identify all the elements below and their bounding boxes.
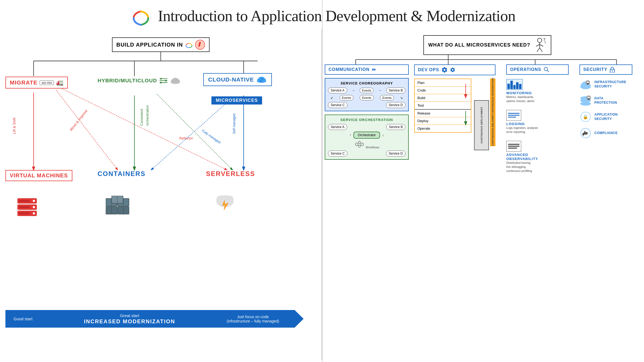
svg-text:orchestration: orchestration bbox=[145, 105, 149, 126]
orch-service-c: Service C bbox=[328, 151, 347, 156]
svg-line-71 bbox=[536, 44, 540, 46]
log-line1 bbox=[508, 113, 520, 114]
comm-label: COMMUNICATION bbox=[329, 67, 369, 72]
workflows-icon bbox=[354, 140, 365, 148]
adv-obs-icon bbox=[506, 141, 521, 152]
mod-section2: Great start INCREASED MODERNIZATION bbox=[84, 313, 175, 325]
what-label: WHAT DO ALL MICROSERVICES NEED? bbox=[428, 42, 530, 48]
svg-point-35 bbox=[172, 78, 179, 82]
cloud-native-label: CLOUD-NATIVE bbox=[208, 76, 254, 83]
adv-line2 bbox=[508, 146, 520, 147]
log-line3 bbox=[508, 117, 516, 118]
cloud-native-box: CLOUD-NATIVE bbox=[203, 73, 272, 86]
magnifier-icon bbox=[543, 67, 549, 73]
microservices-box: MICROSERVICES bbox=[211, 96, 262, 105]
containers-label: CONTAINERS bbox=[98, 170, 146, 177]
svg-point-44 bbox=[33, 206, 35, 208]
svg-point-90 bbox=[612, 70, 613, 71]
monitoring-item: MONITORING Metrics, dashboards,uptime ch… bbox=[506, 79, 569, 103]
data-prot-label: DATAPROTECTION bbox=[594, 96, 617, 105]
svg-point-29 bbox=[160, 78, 162, 80]
monitoring-desc: Metrics, dashboards,uptime checks, alert… bbox=[506, 95, 569, 103]
ops-header: OPERATIONS bbox=[506, 64, 569, 75]
svg-rect-48 bbox=[19, 212, 30, 214]
logging-title: LOGGING bbox=[506, 122, 569, 126]
adv-obs-item: ADVANCEDOBSERVABILITY Distributed tracin… bbox=[506, 141, 569, 173]
main-content: Lift & Shift Move & Improve Consistent o… bbox=[0, 29, 644, 360]
orch-row1: Service A Service B bbox=[328, 124, 405, 130]
logging-icon-wrapper bbox=[506, 110, 569, 121]
virtual-machines-box: VIRTUAL MACHINES bbox=[5, 170, 72, 181]
serverless-icon-area bbox=[214, 192, 236, 214]
app-sec-label: APPLICATIONSECURITY bbox=[594, 113, 618, 121]
build-app-box: BUILD APPLICATION IN bbox=[112, 37, 210, 52]
serverless-label: SERVERLESS bbox=[206, 170, 255, 177]
ci-arrows bbox=[458, 60, 495, 134]
events-pill1: Events bbox=[360, 88, 374, 93]
bar3 bbox=[513, 85, 516, 89]
svg-point-30 bbox=[165, 80, 167, 81]
what-box: WHAT DO ALL MICROSERVICES NEED? ? ? bbox=[423, 35, 551, 55]
infra-sec-icon bbox=[579, 79, 592, 90]
svg-point-80 bbox=[358, 145, 360, 147]
infra-sec-label: INFRASTRUCTURESECURITY bbox=[594, 80, 626, 89]
focus-code-label: Just focus on code (infrastructure – ful… bbox=[227, 315, 279, 323]
cloud-native-cloud-icon bbox=[256, 76, 267, 84]
containers-stack-icon bbox=[106, 196, 130, 216]
compliance-icon bbox=[579, 128, 592, 139]
chore-row2: ↙ Events Events Events ↘ bbox=[328, 95, 405, 100]
orchestrator-label: Orchestrator bbox=[358, 133, 376, 137]
bar1 bbox=[507, 84, 510, 89]
svg-text:Fully managed: Fully managed bbox=[201, 129, 221, 144]
svg-text:🔒: 🔒 bbox=[583, 114, 588, 119]
service-a-pill: Service A bbox=[328, 87, 347, 93]
orch-row2: ↑ Orchestrator ↓ bbox=[328, 132, 405, 139]
log-line2 bbox=[508, 115, 520, 116]
orch-service-a: Service A bbox=[328, 124, 347, 130]
sec-header: SECURITY bbox=[579, 64, 632, 75]
orchestrator-box: Orchestrator bbox=[353, 132, 380, 139]
vm-label: VIRTUAL MACHINES bbox=[10, 172, 68, 178]
logging-icon bbox=[506, 110, 521, 121]
build-app-label: BUILD APPLICATION IN bbox=[116, 42, 183, 48]
orch-row3: Service C Service D bbox=[328, 151, 405, 156]
compliance-label: COMPLIANCE bbox=[594, 131, 618, 135]
svg-text:Consistent: Consistent bbox=[140, 109, 144, 126]
down-arrow2: ↘ bbox=[400, 96, 403, 100]
svg-point-69 bbox=[537, 38, 542, 43]
great-start-label: Great start bbox=[84, 313, 175, 318]
data-prot-item: DATAPROTECTION bbox=[579, 95, 632, 106]
right-panel: WHAT DO ALL MICROSERVICES NEED? ? ? COMM… bbox=[322, 29, 644, 360]
migrate-label: MIGRATE bbox=[10, 79, 37, 86]
svg-text:Refactor: Refactor bbox=[179, 136, 193, 140]
migrate-box: MIGRATE app data 🚛 bbox=[5, 77, 68, 89]
adv-obs-title: ADVANCEDOBSERVABILITY bbox=[506, 153, 569, 161]
service-b-pill: Service B bbox=[386, 87, 405, 93]
adv-obs-desc: Distributed tracing,live debugging,conti… bbox=[506, 161, 569, 173]
svg-rect-96 bbox=[587, 83, 589, 84]
orch-title: SERVICE ORCHESTRATION bbox=[328, 118, 405, 122]
app-sec-item: 🔒 APPLICATIONSECURITY bbox=[579, 112, 632, 122]
arrow-right-icon: → bbox=[352, 89, 355, 92]
containers-box: CONTAINERS bbox=[98, 170, 146, 178]
svg-text:Move & Improve: Move & Improve bbox=[69, 109, 88, 132]
build-cloud-icon bbox=[185, 41, 193, 48]
svg-line-16 bbox=[157, 94, 233, 170]
comm-header: COMMUNICATION ⇔ bbox=[325, 64, 409, 75]
svg-line-88 bbox=[547, 70, 549, 72]
gear-icon2 bbox=[450, 67, 455, 73]
microservices-label: MICROSERVICES bbox=[216, 98, 258, 103]
svg-point-61 bbox=[224, 195, 234, 203]
ci-arrows-svg bbox=[458, 60, 474, 133]
arrow-right-icon2: → bbox=[378, 89, 382, 92]
hybrid-box: HYBRID/MULTICLOUD bbox=[98, 77, 181, 85]
service-c-pill: Service C bbox=[328, 102, 347, 108]
data-prot-icon bbox=[579, 95, 592, 106]
chart-icon bbox=[506, 79, 523, 90]
hybrid-cloud-icon bbox=[170, 77, 181, 85]
svg-point-79 bbox=[358, 141, 360, 144]
bar4 bbox=[516, 82, 519, 89]
orch-service-d: Service D bbox=[386, 151, 405, 156]
svg-line-10 bbox=[56, 90, 118, 170]
serverless-box: SERVERLESS bbox=[206, 170, 255, 178]
